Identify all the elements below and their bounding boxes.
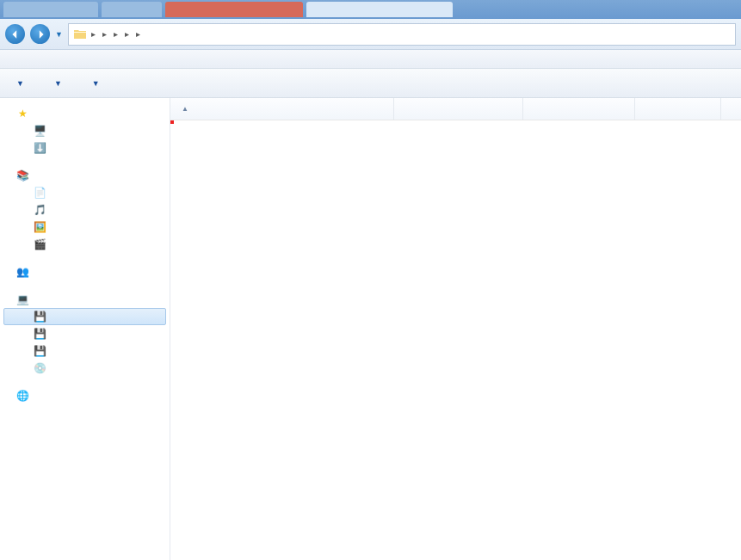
os-tab[interactable] [165, 2, 303, 17]
nav-favorites[interactable]: ★ [0, 105, 170, 122]
navigation-pane[interactable]: ★ 🖥️ ⬇️ 📚 📄 🎵 🖼️ 🎬 👥 💻 💾 💾 💾 💿 🌐 [0, 98, 170, 560]
column-headers: ▲ [170, 98, 741, 120]
history-dropdown-icon[interactable]: ▼ [55, 30, 63, 39]
nav-documents[interactable]: 📄 [0, 184, 170, 201]
nav-local-disk-d[interactable]: 💾 [0, 325, 170, 342]
drive-icon: 💾 [33, 327, 46, 341]
nav-computer[interactable]: 💻 [0, 291, 170, 308]
star-icon: ★ [15, 107, 29, 120]
folder-icon [72, 28, 88, 41]
highlight-annotation [170, 120, 174, 124]
nav-libraries[interactable]: 📚 [0, 167, 170, 184]
nav-pictures[interactable]: 🖼️ [0, 218, 170, 236]
cd-drive-icon: 💿 [33, 361, 46, 375]
menu-bar [0, 50, 741, 69]
nav-downloads[interactable]: ⬇️ [0, 139, 170, 157]
videos-icon: 🎬 [33, 237, 46, 251]
drive-icon: 💾 [33, 344, 46, 358]
back-button[interactable] [5, 24, 25, 44]
file-list-pane: ▲ [170, 98, 741, 560]
breadcrumb[interactable]: ▸ ▸ ▸ ▸ ▸ [68, 23, 736, 46]
nav-local-disk-c[interactable]: 💾 [3, 308, 166, 325]
nav-music[interactable]: 🎵 [0, 201, 170, 218]
homegroup-icon: 👥 [15, 265, 29, 279]
nav-network[interactable]: 🌐 [0, 387, 170, 404]
col-name[interactable]: ▲ [170, 98, 394, 120]
pictures-icon: 🖼️ [33, 220, 46, 234]
organize-button[interactable]: ▼ [12, 79, 24, 88]
nav-cd-drive-f[interactable]: 💿 [0, 360, 170, 377]
drive-icon: 💾 [33, 310, 46, 323]
os-tab[interactable] [306, 2, 453, 17]
explorer-navbar: ▼ ▸ ▸ ▸ ▸ ▸ [0, 19, 741, 50]
nav-homegroup[interactable]: 👥 [0, 263, 170, 280]
nav-videos[interactable]: 🎬 [0, 236, 170, 253]
desktop-icon: 🖥️ [33, 124, 46, 138]
os-tab[interactable] [102, 2, 162, 17]
col-type[interactable] [523, 98, 635, 120]
documents-icon: 📄 [33, 186, 46, 200]
libraries-icon: 📚 [15, 169, 29, 182]
nav-new-volume-e[interactable]: 💾 [0, 342, 170, 360]
os-tab[interactable] [3, 2, 98, 17]
os-tab-strip [0, 0, 741, 19]
network-icon: 🌐 [15, 389, 29, 403]
col-date[interactable] [394, 98, 523, 120]
forward-button[interactable] [30, 24, 50, 44]
include-in-library-button[interactable]: ▼ [50, 79, 62, 88]
share-with-button[interactable]: ▼ [88, 79, 100, 88]
col-size[interactable] [635, 98, 721, 120]
music-icon: 🎵 [33, 203, 46, 217]
command-bar: ▼ ▼ ▼ [0, 69, 741, 98]
computer-icon: 💻 [15, 292, 29, 306]
downloads-icon: ⬇️ [33, 141, 46, 155]
sort-ascending-icon: ▲ [182, 105, 188, 113]
nav-desktop[interactable]: 🖥️ [0, 122, 170, 139]
